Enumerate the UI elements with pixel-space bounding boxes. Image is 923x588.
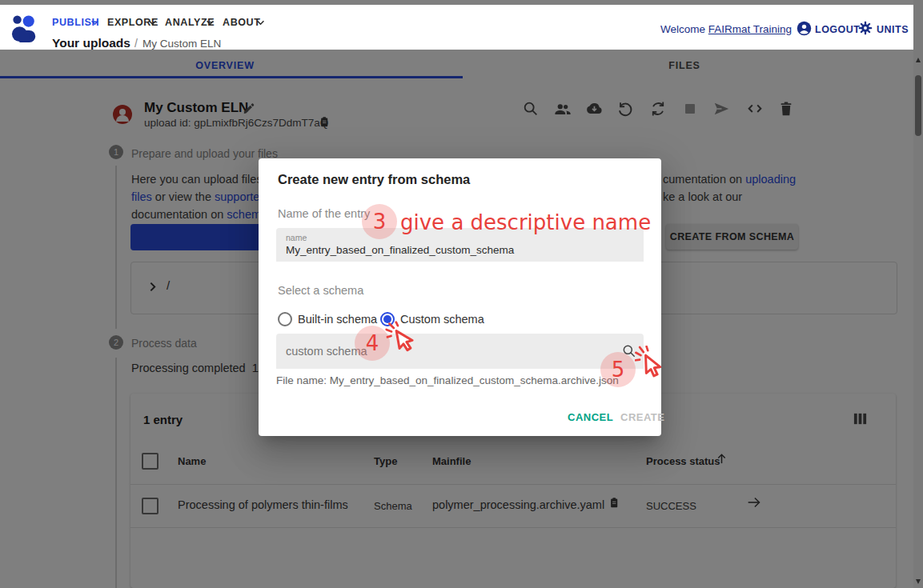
entry-name-input-label: name <box>286 233 307 242</box>
chevron-down-icon <box>148 20 157 26</box>
chevron-down-icon <box>256 20 265 26</box>
custom-schema-input[interactable]: custom schema <box>276 334 644 369</box>
file-name-helper-text: File name: My_entry_based_on_finalized_c… <box>276 374 619 386</box>
welcome-text: Welcome FAIRmat Training <box>660 23 792 35</box>
custom-schema-radio-label[interactable]: Custom schema <box>400 313 484 326</box>
dialog-title: Create new entry from schema <box>278 172 470 187</box>
entry-name-input[interactable]: name My_entry_based_on_finalized_custom_… <box>276 228 644 262</box>
account-icon[interactable] <box>797 21 812 36</box>
breadcrumb-separator: / <box>134 37 138 50</box>
custom-schema-input-placeholder: custom schema <box>286 345 367 358</box>
logout-button[interactable]: LOGOUT <box>815 24 860 35</box>
breadcrumb-your-uploads[interactable]: Your uploads <box>52 36 130 50</box>
create-entry-dialog: Create new entry from schema Name of the… <box>259 158 661 436</box>
builtin-schema-radio-label[interactable]: Built-in schema <box>298 313 377 326</box>
units-gear-icon[interactable] <box>858 21 873 35</box>
nomad-logo[interactable] <box>11 14 38 43</box>
menu-about[interactable]: ABOUT <box>223 17 260 28</box>
cancel-button[interactable]: CANCEL <box>568 411 613 423</box>
chevron-down-icon <box>206 20 215 26</box>
user-link[interactable]: FAIRmat Training <box>708 23 792 35</box>
breadcrumb-current: My Custom ELN <box>142 38 221 50</box>
search-schema-icon[interactable] <box>621 343 637 359</box>
app-bar: PUBLISH EXPLORE ANALYZE ABOUT Your uploa… <box>0 5 913 50</box>
builtin-schema-radio[interactable] <box>278 312 292 326</box>
custom-schema-radio[interactable] <box>380 312 395 326</box>
create-button[interactable]: CREATE <box>620 411 664 423</box>
units-button[interactable]: UNITS <box>877 24 909 35</box>
chevron-down-icon <box>90 20 99 26</box>
schema-section-label: Select a schema <box>278 284 363 297</box>
entry-name-input-value: My_entry_based_on_finalized_custom_schem… <box>286 244 514 256</box>
name-section-label: Name of the entry <box>278 207 370 220</box>
